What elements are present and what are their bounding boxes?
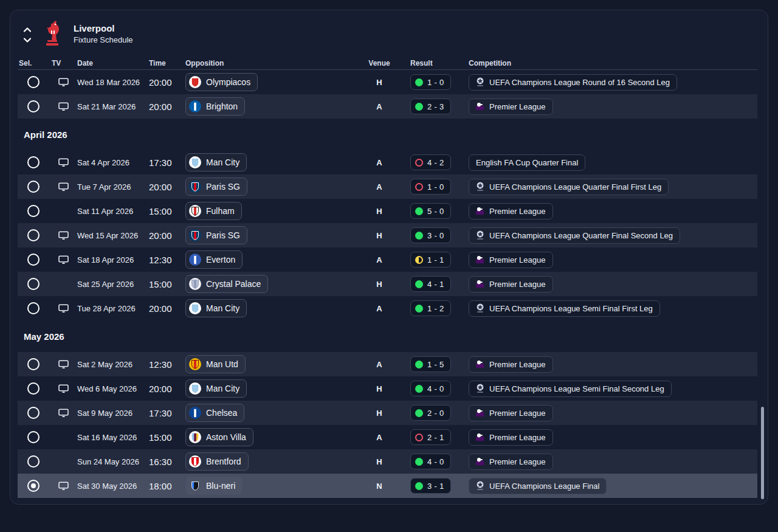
fixture-row[interactable]: Sat 4 Apr 2026 17:30 Man City A 4 - 2: [18, 150, 757, 174]
result-pill[interactable]: 3 - 0: [410, 227, 451, 243]
fixture-row[interactable]: Wed 6 May 2026 20:00 Man City H 4 - 0: [18, 376, 757, 401]
result-pill[interactable]: 1 - 5: [410, 356, 451, 372]
competition-name: Premier League: [489, 207, 546, 216]
champions-league-starball-icon: [476, 384, 484, 393]
competition-pill[interactable]: Premier League: [469, 454, 553, 470]
fixture-row[interactable]: Sat 16 May 2026 15:00 Aston Villa A 2 - …: [18, 425, 757, 449]
result-loss-dot: [415, 159, 423, 167]
column-header-time: Time: [149, 59, 185, 67]
opposition-pill[interactable]: Brighton: [185, 97, 245, 116]
competition-pill[interactable]: UEFA Champions League Semi Final Second …: [469, 381, 672, 397]
champions-league-starball-icon: [476, 481, 484, 491]
competition-name: Premier League: [489, 102, 546, 111]
select-radio[interactable]: [27, 181, 40, 193]
opposition-pill[interactable]: Olympiacos: [185, 73, 258, 91]
competition-pill[interactable]: Premier League: [469, 252, 553, 268]
opposition-pill[interactable]: Aston Villa: [185, 428, 253, 446]
opposition-pill[interactable]: Everton: [185, 250, 243, 269]
result-pill[interactable]: 2 - 3: [410, 98, 451, 114]
competition-pill[interactable]: Premier League: [469, 405, 553, 421]
result-pill[interactable]: 1 - 0: [410, 74, 451, 90]
result-score: 1 - 5: [427, 360, 444, 369]
result-pill[interactable]: 1 - 0: [410, 179, 451, 195]
fixture-row[interactable]: Sat 21 Mar 2026 20:00 Brighton A 2 - 3: [18, 94, 757, 119]
competition-pill[interactable]: UEFA Champions League Semi Final First L…: [469, 300, 660, 317]
competition-name: Premier League: [489, 409, 546, 418]
result-pill[interactable]: 2 - 1: [410, 429, 451, 445]
opposition-pill[interactable]: Man Utd: [185, 355, 246, 373]
opposition-pill[interactable]: Paris SG: [185, 178, 247, 196]
competition-pill[interactable]: UEFA Champions League Round of 16 Second…: [469, 74, 677, 91]
competition-pill[interactable]: UEFA Champions League Quarter Final Firs…: [469, 179, 669, 195]
fixture-row[interactable]: Tue 28 Apr 2026 20:00 Man City A 1 - 2: [18, 296, 757, 320]
column-header-sel: Sel.: [18, 59, 49, 67]
opposition-pill[interactable]: Brentford: [185, 452, 249, 471]
fixture-row[interactable]: Wed 15 Apr 2026 20:00 Paris SG H 3 - 0: [18, 223, 757, 247]
select-radio[interactable]: [27, 407, 40, 419]
fixture-row[interactable]: Sat 18 Apr 2026 12:30 Everton A 1 - 1: [18, 247, 757, 272]
select-radio[interactable]: [27, 254, 40, 266]
select-radio[interactable]: [27, 382, 40, 395]
fixture-row[interactable]: Sat 9 May 2026 17:30 Chelsea H 2 - 0: [18, 401, 757, 425]
result-pill[interactable]: 4 - 2: [410, 154, 451, 170]
select-radio[interactable]: [27, 358, 40, 370]
competition-pill[interactable]: Premier League: [469, 429, 553, 446]
competition-pill[interactable]: UEFA Champions League Final: [469, 478, 607, 494]
opposition-pill[interactable]: Man City: [185, 153, 247, 171]
result-pill[interactable]: 4 - 0: [410, 381, 451, 396]
result-pill[interactable]: 5 - 0: [410, 203, 451, 219]
fixture-time: 15:00: [149, 432, 185, 443]
select-radio[interactable]: [27, 278, 40, 290]
fixture-row[interactable]: Sat 30 May 2026 18:00 Blu-neri N 3 - 1: [18, 474, 757, 498]
column-header-tv: TV: [49, 59, 77, 67]
fixture-row[interactable]: Sun 24 May 2026 16:30 Brentford H 4 - 0: [18, 449, 757, 474]
competition-pill[interactable]: Premier League: [469, 98, 553, 115]
opposition-pill[interactable]: Crystal Palace: [185, 275, 268, 293]
opposition-pill[interactable]: Paris SG: [185, 226, 247, 244]
result-pill[interactable]: 4 - 1: [410, 276, 451, 292]
chevron-up-icon[interactable]: [22, 26, 32, 32]
select-radio[interactable]: [27, 76, 40, 88]
opposition-pill[interactable]: Blu-neri: [185, 477, 243, 495]
scrollbar-thumb[interactable]: [761, 407, 764, 499]
select-radio[interactable]: [27, 100, 40, 112]
opposition-pill[interactable]: Man City: [185, 299, 247, 317]
result-win-dot: [415, 385, 423, 393]
opposition-pill[interactable]: Man City: [185, 379, 247, 398]
chevron-down-icon[interactable]: [22, 36, 32, 42]
fixture-row[interactable]: Sat 2 May 2026 12:30 Man Utd A 1 - 5: [18, 352, 757, 376]
venue-indicator: H: [368, 280, 391, 289]
result-pill[interactable]: 1 - 2: [410, 300, 451, 316]
club-badge-icon: [189, 407, 201, 419]
competition-pill[interactable]: Premier League: [469, 203, 553, 219]
select-radio[interactable]: [27, 431, 40, 443]
competition-pill[interactable]: UEFA Champions League Quarter Final Seco…: [469, 227, 680, 244]
competition-pill[interactable]: English FA Cup Quarter Final: [469, 154, 585, 171]
select-radio[interactable]: [27, 156, 40, 168]
opposition-pill[interactable]: Fulham: [185, 202, 242, 220]
fixture-time: 20:00: [149, 303, 185, 314]
result-win-dot: [415, 305, 423, 313]
fixture-row[interactable]: Tue 7 Apr 2026 20:00 Paris SG A 1 - 0: [18, 174, 757, 199]
result-pill[interactable]: 4 - 0: [410, 454, 451, 469]
tv-icon: [58, 102, 69, 111]
premier-league-lion-icon: [476, 280, 484, 288]
select-radio[interactable]: [27, 302, 40, 314]
fixture-date: Sat 25 Apr 2026: [77, 280, 149, 289]
result-pill[interactable]: 3 - 1: [410, 478, 451, 494]
fixture-row[interactable]: Sat 25 Apr 2026 15:00 Crystal Palace H 4…: [18, 272, 757, 296]
result-loss-dot: [415, 434, 423, 441]
select-radio[interactable]: [27, 480, 40, 492]
competition-name: Premier League: [489, 457, 546, 466]
select-radio[interactable]: [27, 229, 40, 241]
result-pill[interactable]: 1 - 1: [410, 252, 451, 268]
fixture-row[interactable]: Wed 18 Mar 2026 20:00 Olympiacos H 1 - 0: [18, 70, 757, 94]
select-radio[interactable]: [27, 205, 40, 217]
competition-pill[interactable]: Premier League: [469, 276, 553, 292]
opposition-pill[interactable]: Chelsea: [185, 404, 244, 422]
competition-pill[interactable]: Premier League: [469, 356, 553, 373]
result-pill[interactable]: 2 - 0: [410, 405, 451, 421]
result-score: 4 - 0: [427, 457, 444, 466]
select-radio[interactable]: [27, 455, 40, 468]
fixture-row[interactable]: Sat 11 Apr 2026 15:00 Fulham H 5 - 0: [18, 199, 757, 223]
